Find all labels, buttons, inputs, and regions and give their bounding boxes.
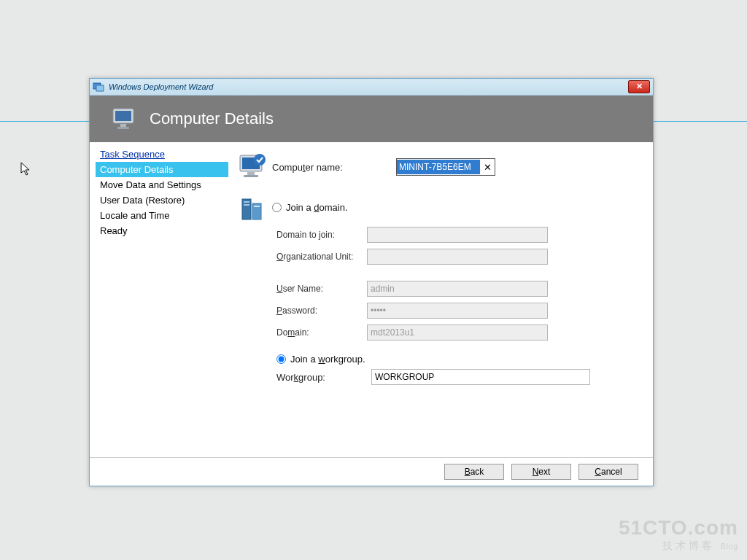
svg-point-10 bbox=[254, 154, 266, 166]
app-icon bbox=[93, 81, 104, 93]
svg-rect-1 bbox=[96, 85, 104, 91]
sidebar-item-2[interactable]: Move Data and Settings bbox=[96, 177, 228, 192]
banner-heading: Computer Details bbox=[150, 109, 274, 128]
clear-icon[interactable]: ✕ bbox=[480, 162, 495, 173]
watermark: 51CTO.com 技术博客 Blog bbox=[619, 516, 738, 553]
ou-label: Organizational Unit: bbox=[276, 252, 367, 262]
sidebar-item-0[interactable]: Task Sequence bbox=[96, 147, 228, 162]
computer-name-row: Computer name: ✕ bbox=[236, 152, 634, 182]
join-domain-radio[interactable]: Join a domain. bbox=[272, 202, 348, 213]
username-label: User Name: bbox=[276, 284, 367, 294]
domain-to-join-input bbox=[367, 227, 548, 243]
computer-name-input[interactable] bbox=[397, 160, 480, 174]
servers-icon bbox=[236, 195, 272, 224]
domain-input bbox=[367, 324, 548, 341]
username-input bbox=[367, 281, 548, 297]
workgroup-input[interactable] bbox=[371, 369, 590, 385]
cursor-icon bbox=[20, 162, 32, 176]
computer-name-label: Computer name: bbox=[272, 162, 396, 173]
password-label: Password: bbox=[276, 306, 367, 316]
svg-rect-14 bbox=[244, 204, 249, 206]
body: Task SequenceComputer DetailsMove Data a… bbox=[90, 142, 653, 456]
svg-rect-15 bbox=[254, 206, 260, 207]
titlebar[interactable]: Windows Deployment Wizard ✕ bbox=[90, 79, 653, 96]
svg-rect-13 bbox=[244, 201, 249, 203]
sidebar-item-1[interactable]: Computer Details bbox=[96, 162, 228, 177]
banner: Computer Details bbox=[90, 96, 653, 142]
computer-name-field-wrap: ✕ bbox=[396, 158, 495, 176]
domain-fields: Domain to join: Organizational Unit: Use… bbox=[276, 227, 634, 341]
wizard-window: Windows Deployment Wizard ✕ Computer Det… bbox=[89, 78, 654, 486]
window-title: Windows Deployment Wizard bbox=[109, 82, 213, 91]
workgroup-section: Join a workgroup. Workgroup: bbox=[276, 354, 634, 385]
domain-label: Domain: bbox=[276, 327, 367, 338]
password-input bbox=[367, 303, 548, 319]
watermark-line1: 51CTO.com bbox=[619, 516, 738, 540]
close-button[interactable]: ✕ bbox=[628, 80, 650, 93]
svg-rect-5 bbox=[117, 127, 129, 129]
svg-rect-9 bbox=[244, 175, 258, 177]
computer-icon bbox=[236, 152, 272, 182]
sidebar-item-5[interactable]: Ready bbox=[96, 223, 228, 238]
svg-rect-8 bbox=[247, 172, 255, 175]
watermark-line2: 技术博客 Blog bbox=[619, 540, 738, 553]
join-workgroup-radio[interactable]: Join a workgroup. bbox=[276, 354, 634, 365]
domain-to-join-label: Domain to join: bbox=[276, 230, 367, 240]
next-button[interactable]: Next bbox=[511, 464, 571, 480]
svg-rect-3 bbox=[115, 111, 131, 121]
monitor-icon bbox=[110, 104, 139, 133]
main-panel: Computer name: ✕ Join a domain. Domain t… bbox=[228, 142, 653, 456]
domain-section-header: Join a domain. bbox=[236, 195, 634, 224]
sidebar-item-3[interactable]: User Data (Restore) bbox=[96, 192, 228, 208]
footer: Back Next Cancel bbox=[90, 457, 653, 486]
sidebar-item-4[interactable]: Locale and Time bbox=[96, 208, 228, 223]
back-button[interactable]: Back bbox=[444, 464, 504, 480]
sidebar: Task SequenceComputer DetailsMove Data a… bbox=[90, 142, 228, 456]
svg-rect-4 bbox=[120, 124, 126, 127]
cancel-button[interactable]: Cancel bbox=[578, 464, 638, 480]
workgroup-label: Workgroup: bbox=[276, 372, 371, 383]
ou-input bbox=[367, 249, 548, 265]
